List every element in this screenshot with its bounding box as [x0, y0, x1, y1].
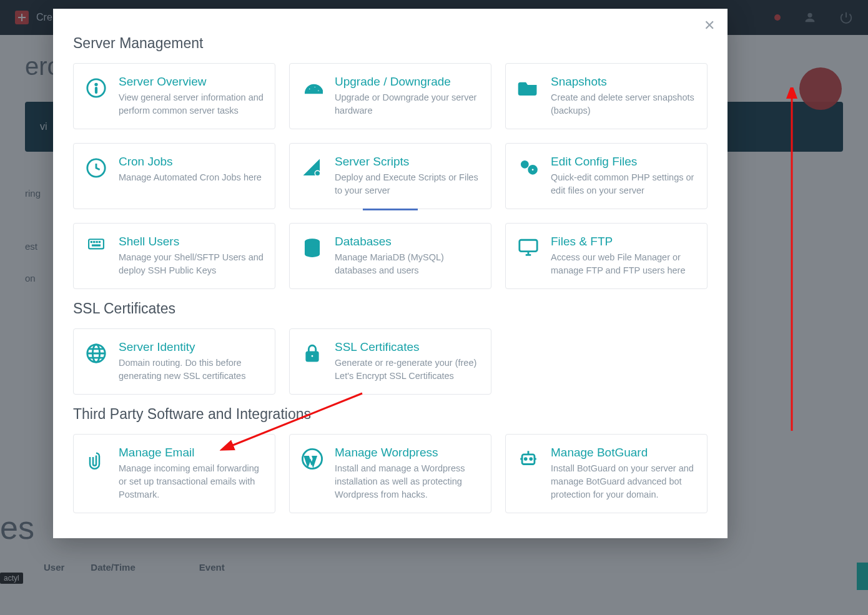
card-files[interactable]: Files & FTP Access our web File Manager …: [505, 223, 708, 289]
card-desc: Manage MariaDB (MySQL) databases and use…: [335, 251, 481, 277]
card-desc: Deploy and Execute Scripts or Files to y…: [335, 171, 481, 197]
card-title: Edit Config Files: [551, 155, 697, 169]
card-server-overview[interactable]: Server Overview View general server info…: [73, 63, 275, 129]
gauge-icon: [300, 75, 325, 117]
card-desc: Manage your Shell/SFTP Users and deploy …: [119, 251, 265, 277]
svg-point-10: [531, 169, 534, 171]
card-manage-wordpress[interactable]: Manage Wordpress Install and manage a Wo…: [289, 434, 491, 513]
card-title: Manage Wordpress: [335, 446, 481, 460]
card-desc: Quick-edit common PHP settings or edit f…: [551, 171, 697, 197]
card-title: Server Overview: [119, 75, 265, 89]
info-icon: [84, 75, 109, 117]
card-title: SSL Certificates: [335, 340, 481, 354]
paperclip-icon: [84, 446, 109, 501]
svg-rect-18: [520, 240, 537, 251]
card-desc: Manage Automated Cron Jobs here: [119, 171, 262, 184]
card-desc: Create and delete server snapshots (back…: [551, 91, 697, 117]
card-title: Server Identity: [119, 340, 265, 354]
card-desc: View general server information and perf…: [119, 91, 265, 117]
close-icon[interactable]: ✕: [704, 17, 715, 34]
svg-rect-15: [99, 242, 100, 243]
card-ssl[interactable]: SSL Certificates Generate or re-generate…: [289, 328, 491, 395]
card-title: Cron Jobs: [119, 155, 262, 169]
monitor-icon: [516, 235, 541, 277]
card-snapshots[interactable]: Snapshots Create and delete server snaps…: [505, 63, 708, 129]
svg-point-4: [314, 86, 316, 88]
card-shell[interactable]: Shell Users Manage your Shell/SFTP Users…: [73, 223, 275, 289]
card-scripts[interactable]: Server Scripts Deploy and Execute Script…: [289, 143, 491, 209]
card-desc: Install and manage a Wordpress installat…: [335, 462, 481, 501]
card-title: Manage Email: [119, 446, 265, 460]
card-title: Snapshots: [551, 75, 697, 89]
globe-icon: [84, 340, 109, 383]
server-management-modal: ✕ Server Management Server Overview View…: [53, 9, 727, 538]
card-desc: Upgrade or Downgrade your server hardwar…: [335, 91, 481, 117]
card-databases[interactable]: Databases Manage MariaDB (MySQL) databas…: [289, 223, 491, 289]
keyboard-icon: [84, 235, 109, 277]
svg-rect-11: [89, 239, 104, 248]
section-title-management: Server Management: [73, 35, 708, 52]
card-title: Databases: [335, 235, 481, 248]
script-icon: [300, 155, 325, 197]
svg-point-7: [315, 170, 320, 176]
card-manage-botguard[interactable]: Manage BotGuard Install BotGuard on your…: [505, 434, 708, 513]
svg-point-3: [308, 88, 310, 90]
card-upgrade[interactable]: Upgrade / Downgrade Upgrade or Downgrade…: [289, 63, 491, 129]
card-title: Server Scripts: [335, 155, 481, 169]
svg-rect-13: [94, 242, 95, 243]
card-manage-email[interactable]: Manage Email Manage incoming email forwa…: [73, 434, 275, 513]
section-title-ssl: SSL Certificates: [73, 300, 708, 317]
card-config[interactable]: Edit Config Files Quick-edit common PHP …: [505, 143, 708, 209]
clock-icon: [84, 155, 109, 197]
database-icon: [300, 235, 325, 277]
card-desc: Domain routing. Do this before generatin…: [119, 357, 265, 383]
svg-rect-14: [96, 242, 97, 243]
card-desc: Install BotGuard on your server and mana…: [551, 462, 697, 501]
card-title: Shell Users: [119, 235, 265, 248]
svg-point-8: [521, 161, 528, 168]
card-desc: Manage incoming email forwarding or set …: [119, 462, 265, 501]
svg-rect-16: [92, 245, 101, 246]
card-title: Files & FTP: [551, 235, 697, 248]
card-title: Upgrade / Downgrade: [335, 75, 481, 89]
card-desc: Generate or re-generate your (free) Let'…: [335, 357, 481, 383]
wordpress-icon: [300, 446, 325, 501]
svg-point-1: [95, 83, 97, 86]
svg-point-5: [318, 90, 320, 92]
svg-point-25: [525, 458, 527, 460]
card-server-identity[interactable]: Server Identity Domain routing. Do this …: [73, 328, 275, 395]
section-title-integrations: Third Party Software and Integrations: [73, 406, 708, 423]
card-desc: Access our web File Manager or manage FT…: [551, 251, 697, 277]
svg-point-22: [311, 355, 313, 357]
robot-icon: [516, 446, 541, 501]
folder-icon: [516, 75, 541, 117]
svg-rect-12: [91, 242, 92, 243]
svg-point-26: [530, 458, 532, 460]
lock-icon: [300, 340, 325, 383]
svg-rect-2: [96, 87, 97, 94]
card-title: Manage BotGuard: [551, 446, 697, 460]
gears-icon: [516, 155, 541, 197]
card-cron[interactable]: Cron Jobs Manage Automated Cron Jobs her…: [73, 143, 275, 209]
